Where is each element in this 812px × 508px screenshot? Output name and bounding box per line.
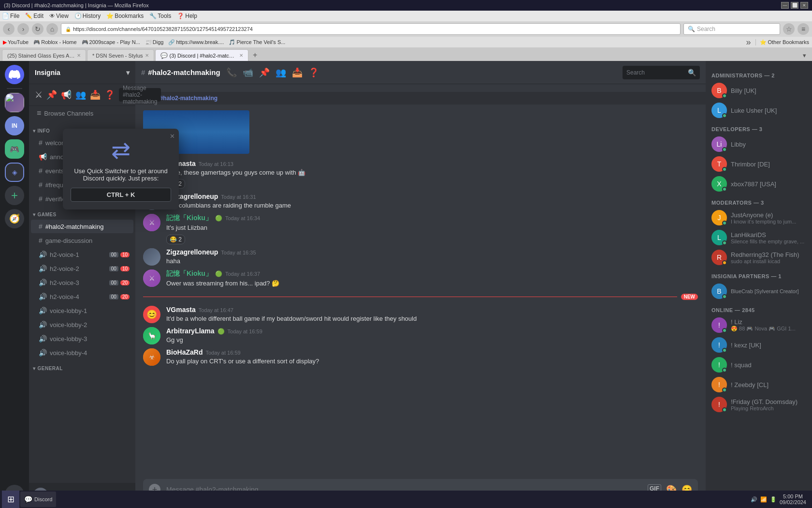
channel-h2-voice-2[interactable]: 🔊 h2-voice-2 00 10 bbox=[31, 262, 133, 275]
bookmark-youtube[interactable]: ▶ YouTube bbox=[3, 39, 29, 45]
menu-bookmarks[interactable]: ⭐ Bookmarks bbox=[106, 13, 144, 19]
menu-button[interactable]: ≡ bbox=[798, 23, 809, 35]
video-icon[interactable]: 📹 bbox=[243, 67, 253, 78]
menu-view[interactable]: 👁 View bbox=[49, 13, 69, 19]
phone-icon[interactable]: 📞 bbox=[226, 67, 237, 78]
inbox-header-icon[interactable]: 📥 bbox=[292, 67, 303, 78]
bookmark-pierce[interactable]: 🎵 Pierce The Veil's S... bbox=[229, 39, 285, 45]
channel-voice-lobby-1[interactable]: 🔊 voice-lobby-1 bbox=[31, 304, 133, 317]
channel-halo2-matchmaking[interactable]: # #halo2-matchmaking bbox=[31, 220, 133, 233]
channel-h2-voice-3[interactable]: 🔊 h2-voice-3 00 20 bbox=[31, 276, 133, 289]
chat-messages: From: #halo2-matchmaking 😊 VGmasta Today… bbox=[135, 84, 706, 475]
sword-icon[interactable]: ⚔ bbox=[35, 90, 43, 100]
pin-header-icon[interactable]: 📌 bbox=[259, 67, 270, 78]
help-header-icon[interactable]: ❓ bbox=[308, 67, 319, 78]
browser-search-input[interactable]: 🔍 Search bbox=[683, 23, 780, 35]
bookmark-break[interactable]: 🔗 https://www.break.... bbox=[168, 39, 224, 45]
home-button[interactable]: ⌂ bbox=[46, 23, 58, 35]
megaphone-icon[interactable]: 📢 bbox=[61, 90, 72, 100]
member-lanhikari[interactable]: L LanHikariDS Silence fills the empty gr… bbox=[710, 228, 808, 247]
tray-icon-2[interactable]: 📶 bbox=[760, 496, 767, 503]
category-online: Online — 2845 bbox=[710, 301, 808, 315]
channel-h2-voice-4[interactable]: 🔊 h2-voice-4 00 20 bbox=[31, 290, 133, 303]
status-kexz bbox=[722, 348, 727, 353]
back-button[interactable]: ‹ bbox=[3, 23, 14, 35]
channel-voice-lobby-3[interactable]: 🔊 voice-lobby-3 bbox=[31, 332, 133, 345]
menu-history[interactable]: 🕐 History bbox=[74, 13, 101, 19]
inbox-icon[interactable]: 📥 bbox=[90, 90, 101, 100]
member-liz[interactable]: ! ! Liz 😍 88 🎮 Nova 🎮 GGI 1... bbox=[710, 315, 808, 335]
member-redherring[interactable]: R Redherring32 (The Fish) sudo apt insta… bbox=[710, 248, 808, 267]
tab-close-stained-glass[interactable]: ✕ bbox=[77, 53, 81, 58]
reaction-3[interactable]: 😂 2 bbox=[166, 235, 185, 244]
menu-help[interactable]: ❓ Help bbox=[177, 13, 197, 19]
server-icon-4[interactable]: ◈ bbox=[5, 163, 24, 182]
server-icon-1[interactable] bbox=[5, 93, 24, 112]
channel-search-input[interactable]: Message #halo2-matchmaking bbox=[119, 88, 161, 102]
server-icon-3[interactable]: 🎮 bbox=[5, 139, 24, 159]
tab-list-button[interactable]: ▾ bbox=[798, 49, 810, 61]
member-billy[interactable]: B Billy [UK] bbox=[710, 81, 808, 100]
tab-stained-glass[interactable]: (25) Stained Glass Eyes And ... ✕ bbox=[2, 49, 86, 61]
address-bar[interactable]: 🔒 https://discord.com/channels/647010523… bbox=[61, 23, 681, 35]
message-5: ⚔ 記憶「Kioku」 🟢 Today at 16:37 Ower was st… bbox=[135, 268, 706, 290]
members-icon[interactable]: 👥 bbox=[75, 90, 86, 100]
author-zigzag-2: Zigzagrelloneup bbox=[166, 248, 218, 256]
status-bluecrab bbox=[722, 294, 727, 299]
channel-h2-voice-1[interactable]: 🔊 h2-voice-1 00 10 bbox=[31, 248, 133, 261]
discover-button[interactable]: 🧭 bbox=[5, 209, 24, 228]
member-thrimbor[interactable]: T Thrimbor [DE] bbox=[710, 154, 808, 174]
message-7: 🦙 ArbitraryLlama 🟢 Today at 16:59 Gg vg bbox=[135, 325, 706, 346]
forward-button[interactable]: › bbox=[17, 23, 29, 35]
minimize-button[interactable]: — bbox=[781, 2, 789, 9]
member-libby[interactable]: Li Libby bbox=[710, 134, 808, 154]
quick-switcher-close[interactable]: ✕ bbox=[170, 133, 175, 140]
member-bluecrab[interactable]: B BlueCrab [Sylverant Creator] bbox=[710, 282, 808, 301]
bookmark-digg[interactable]: 📰 Digg bbox=[145, 39, 164, 45]
help-icon[interactable]: ❓ bbox=[104, 90, 115, 100]
channel-voice-lobby-2[interactable]: 🔊 voice-lobby-2 bbox=[31, 318, 133, 331]
start-button[interactable]: ⊞ bbox=[2, 491, 19, 508]
member-kexz[interactable]: ! ! kexz [UK] bbox=[710, 335, 808, 355]
tray-icon-1[interactable]: 🔊 bbox=[751, 496, 757, 503]
close-button[interactable]: ✕ bbox=[800, 2, 808, 9]
member-squad[interactable]: ! ! squad bbox=[710, 355, 808, 374]
server-header[interactable]: Insignia ▾ bbox=[29, 61, 135, 84]
pin-icon[interactable]: 📌 bbox=[46, 90, 57, 100]
bookmark-other[interactable]: ⭐ Other Bookmarks bbox=[755, 39, 809, 45]
menu-file[interactable]: 📄 File bbox=[2, 13, 19, 19]
avatar-kioku-2: ⚔ bbox=[143, 269, 160, 287]
menu-bar: 📄 File ✏️ Edit 👁 View 🕐 History ⭐ Bookma… bbox=[0, 11, 812, 21]
tray-icon-3[interactable]: 🔋 bbox=[770, 496, 777, 503]
member-luke[interactable]: L Luke Usher [UK] bbox=[710, 101, 808, 120]
discord-logo[interactable] bbox=[5, 65, 24, 84]
bookmarks-overflow[interactable]: » bbox=[746, 37, 751, 47]
server-dropdown-icon: ▾ bbox=[126, 69, 130, 76]
channel-game-discussion[interactable]: # game-discussion bbox=[31, 234, 133, 247]
channel-voice-lobby-4[interactable]: 🔊 voice-lobby-4 bbox=[31, 346, 133, 359]
taskbar-discord[interactable]: 💬 Discord bbox=[20, 492, 56, 507]
menu-edit[interactable]: ✏️ Edit bbox=[25, 13, 44, 19]
member-friday[interactable]: ! !Friday (GT. Doomsday) Playing RetroAr… bbox=[710, 395, 808, 414]
tab-discord[interactable]: 💬 (3) Discord | #halo2-matchm... ✕ bbox=[155, 49, 248, 61]
browse-channels-button[interactable]: ≡ Browse Channels bbox=[29, 106, 135, 120]
category-general[interactable]: ▾ GENERAL bbox=[29, 360, 135, 373]
new-tab-button[interactable]: + bbox=[249, 49, 261, 61]
bookmark-roblox[interactable]: 🎮 Roblox - Home bbox=[33, 39, 76, 45]
add-server-button[interactable]: + bbox=[5, 186, 24, 205]
restore-button[interactable]: ⬜ bbox=[791, 2, 798, 9]
online-badge-2: 🟢 bbox=[215, 270, 222, 277]
tab-close-dsn[interactable]: ✕ bbox=[145, 53, 149, 58]
tab-close-discord[interactable]: ✕ bbox=[239, 53, 243, 58]
chat-search-input[interactable]: Search 🔍 bbox=[623, 66, 700, 79]
member-justanyone[interactable]: J JustAnyone (e) I know it's tempting to… bbox=[710, 208, 808, 227]
server-icon-2[interactable]: IN bbox=[5, 116, 24, 135]
bookmark-star[interactable]: ☆ bbox=[783, 23, 795, 35]
members-header-icon[interactable]: 👥 bbox=[276, 67, 286, 78]
tab-dsn[interactable]: * DSN Seven - Stylus ✕ bbox=[87, 49, 154, 61]
reload-button[interactable]: ↻ bbox=[32, 23, 44, 35]
menu-tools[interactable]: 🔧 Tools bbox=[149, 13, 171, 19]
member-xbox7887[interactable]: X xbox7887 [USA] bbox=[710, 174, 808, 194]
member-zeebdy[interactable]: ! ! Zeebdy [CL] bbox=[710, 375, 808, 394]
bookmark-2009scape[interactable]: 🎮 2009scape - Play N... bbox=[82, 39, 140, 45]
